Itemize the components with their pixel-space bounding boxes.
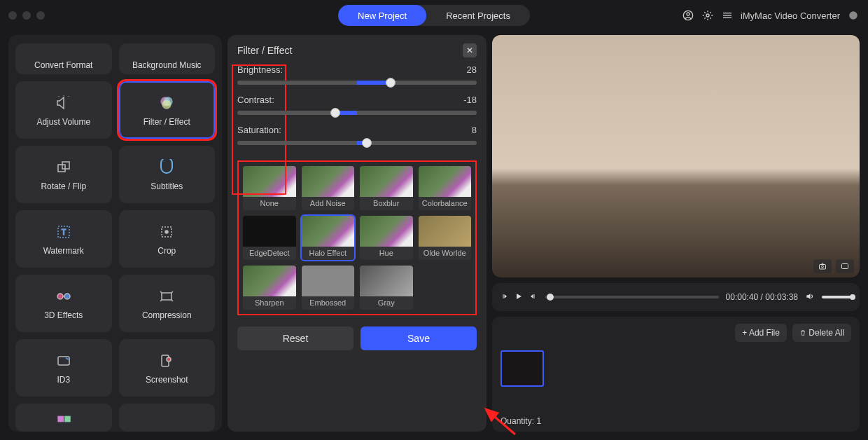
sliders: Brightness: 28 Contrast: -18 bbox=[237, 64, 477, 155]
tool-watermark[interactable]: T Watermark bbox=[15, 210, 112, 268]
window-controls bbox=[8, 11, 45, 20]
play-icon[interactable] bbox=[514, 292, 523, 303]
filter-olde-worlde[interactable]: Olde Worlde bbox=[419, 216, 472, 260]
tool-label: Convert Format bbox=[34, 60, 92, 70]
filter-colorbalance[interactable]: Colorbalance bbox=[419, 166, 472, 210]
queue-actions: + Add File Delete All bbox=[500, 324, 851, 342]
editor-buttons: Reset Save bbox=[237, 326, 477, 350]
tool-convert-format[interactable]: Convert Format bbox=[15, 43, 112, 74]
header-right: iMyMac Video Converter bbox=[682, 9, 860, 22]
tool-rotate-flip[interactable]: Rotate / Flip bbox=[15, 146, 112, 203]
volume-icon[interactable] bbox=[805, 291, 815, 303]
close-window-icon[interactable] bbox=[8, 11, 17, 20]
skip-back-icon[interactable] bbox=[499, 292, 509, 303]
tool-id3[interactable]: ID3 bbox=[15, 339, 112, 397]
delete-all-button[interactable]: Delete All bbox=[792, 324, 851, 342]
add-file-button[interactable]: + Add File bbox=[735, 324, 787, 342]
account-icon[interactable] bbox=[682, 9, 694, 22]
preview-pane: 00:00:40 / 00:03:38 + Add File Delete Al… bbox=[492, 35, 860, 432]
svg-point-1 bbox=[687, 13, 690, 15]
filter-hue[interactable]: Hue bbox=[360, 216, 413, 260]
svg-rect-11 bbox=[62, 162, 69, 169]
video-canvas bbox=[492, 35, 860, 277]
filter-effect-icon bbox=[155, 93, 178, 113]
svg-point-26 bbox=[822, 266, 824, 268]
filter-none[interactable]: None bbox=[243, 166, 296, 210]
contrast-slider[interactable] bbox=[237, 111, 477, 115]
app-name: iMyMac Video Converter bbox=[741, 11, 840, 21]
svg-rect-25 bbox=[820, 265, 826, 270]
tool-screenshot[interactable]: Screenshot bbox=[119, 339, 216, 397]
tool-more-2[interactable] bbox=[119, 404, 216, 432]
tool-label: Subtitles bbox=[150, 181, 183, 191]
progress-slider[interactable] bbox=[545, 296, 719, 298]
reset-button[interactable]: Reset bbox=[237, 326, 354, 350]
tool-adjust-volume[interactable]: Adjust Volume bbox=[15, 81, 112, 139]
tool-label: Filter / Effect bbox=[144, 117, 190, 127]
quantity-label: Quantity: 1 bbox=[500, 416, 541, 426]
tool-subtitles[interactable]: Subtitles bbox=[119, 146, 216, 203]
tool-crop[interactable]: Crop bbox=[119, 210, 216, 268]
svg-point-9 bbox=[162, 100, 172, 109]
svg-rect-27 bbox=[842, 264, 848, 269]
tool-label: 3D Effects bbox=[44, 310, 83, 320]
tool-label: Background Music bbox=[132, 60, 202, 70]
save-button[interactable]: Save bbox=[360, 326, 477, 350]
screenshot-icon bbox=[155, 351, 178, 371]
queue-panel: + Add File Delete All Quantity: 1 bbox=[492, 317, 860, 432]
saturation-row: Saturation: 8 bbox=[237, 125, 477, 145]
video-tools bbox=[813, 259, 854, 273]
more-icon bbox=[52, 409, 75, 429]
app-dropdown-icon[interactable] bbox=[847, 9, 860, 22]
queue-thumbnail[interactable] bbox=[500, 350, 544, 387]
saturation-slider[interactable] bbox=[237, 141, 477, 145]
svg-point-16 bbox=[57, 294, 63, 299]
filter-boxblur[interactable]: Boxblur bbox=[360, 166, 413, 210]
subtitles-icon bbox=[155, 158, 178, 177]
filter-edgedetect[interactable]: EdgeDetect bbox=[243, 216, 296, 260]
tool-label: Compression bbox=[142, 310, 192, 320]
filter-embossed[interactable]: Embossed bbox=[302, 266, 355, 310]
filter-gray[interactable]: Gray bbox=[360, 266, 413, 310]
svg-point-2 bbox=[706, 14, 709, 17]
minimize-window-icon[interactable] bbox=[22, 11, 31, 20]
settings-icon[interactable] bbox=[701, 9, 714, 22]
svg-point-22 bbox=[167, 357, 171, 362]
menu-icon[interactable] bbox=[721, 9, 734, 22]
maximize-window-icon[interactable] bbox=[36, 11, 45, 20]
tool-more-1[interactable] bbox=[15, 404, 112, 432]
tool-label: Screenshot bbox=[146, 375, 188, 385]
crop-icon bbox=[155, 222, 178, 242]
volume-slider[interactable] bbox=[822, 296, 853, 298]
tool-compression[interactable]: Compression bbox=[119, 275, 216, 332]
saturation-label: Saturation: bbox=[237, 125, 281, 135]
editor-close-button[interactable]: ✕ bbox=[463, 43, 477, 57]
svg-rect-20 bbox=[58, 357, 69, 365]
svg-point-17 bbox=[64, 294, 70, 299]
filter-add-noise[interactable]: Add Noise bbox=[302, 166, 355, 210]
tool-label: Crop bbox=[158, 246, 176, 256]
skip-forward-icon[interactable] bbox=[528, 292, 538, 303]
sidebar-tools: Convert Format Background Music Adjust V… bbox=[8, 35, 222, 432]
snapshot-icon[interactable] bbox=[813, 259, 832, 273]
rotate-icon bbox=[52, 158, 75, 177]
editor-panel: Filter / Effect ✕ Brightness: 28 Contras… bbox=[227, 35, 486, 432]
recent-projects-tab[interactable]: Recent Projects bbox=[426, 5, 530, 26]
3d-glasses-icon bbox=[52, 287, 75, 306]
svg-point-6 bbox=[849, 11, 858, 20]
new-project-tab[interactable]: New Project bbox=[338, 5, 426, 26]
filter-sharpen[interactable]: Sharpen bbox=[243, 266, 296, 310]
tool-3d-effects[interactable]: 3D Effects bbox=[15, 275, 112, 332]
filters-grid: None Add Noise Boxblur Colorbalance Edge… bbox=[243, 166, 471, 310]
brightness-slider[interactable] bbox=[237, 81, 477, 85]
editor-title: Filter / Effect bbox=[237, 45, 292, 56]
project-toggle: New Project Recent Projects bbox=[338, 5, 530, 26]
filter-halo-effect[interactable]: Halo Effect bbox=[302, 216, 355, 260]
main: Convert Format Background Music Adjust V… bbox=[0, 31, 868, 440]
fullscreen-icon[interactable] bbox=[836, 259, 854, 273]
tool-label: Watermark bbox=[43, 246, 84, 256]
player-buttons bbox=[499, 292, 538, 303]
tool-background-music[interactable]: Background Music bbox=[119, 43, 216, 74]
tool-filter-effect[interactable]: Filter / Effect bbox=[119, 81, 216, 139]
contrast-row: Contrast: -18 bbox=[237, 95, 477, 115]
